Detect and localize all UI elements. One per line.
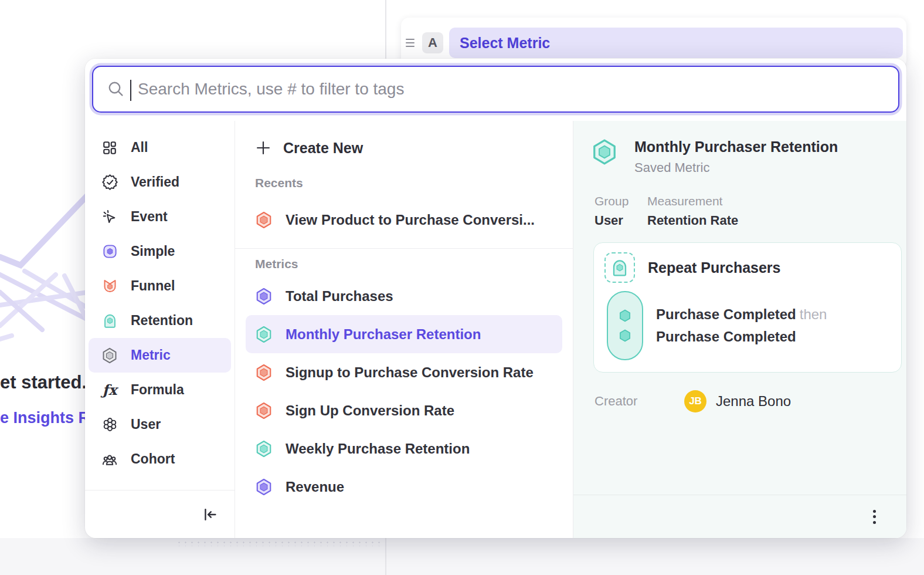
sidebar-item-event[interactable]: Event [89, 199, 231, 234]
sidebar-footer [85, 490, 235, 538]
list-divider [235, 248, 573, 249]
retention-definition-icon [604, 252, 635, 283]
metric-hexagon-icon [255, 402, 273, 420]
sidebar-item-label: User [131, 417, 161, 432]
list-item-label: View Product to Purchase Conversi... [286, 212, 535, 228]
search-box[interactable] [92, 66, 899, 113]
getting-started-heading: et started. [0, 372, 87, 393]
list-item-label: Total Purchases [286, 288, 393, 305]
definition-step-2: Purchase Completed [656, 329, 827, 345]
metric-item-total-purchases[interactable]: Total Purchases [246, 277, 562, 315]
page-bottom-strip [0, 538, 924, 575]
search-input[interactable] [125, 67, 884, 111]
detail-title: Monthly Purchaser Retention [634, 138, 838, 155]
sidebar-item-simple[interactable]: Simple [89, 234, 231, 269]
creator-row: Creator JB Jenna Bono [587, 390, 892, 412]
background-decoration-lines [0, 188, 94, 352]
metrics-section-label: Metrics [235, 257, 573, 271]
measurement-label: Measurement [647, 194, 738, 208]
series-letter-chip[interactable]: A [422, 32, 443, 53]
metric-hexagon-icon [255, 364, 273, 381]
category-sidebar: All Verified Event [85, 121, 235, 538]
list-item-label: Revenue [286, 479, 344, 495]
metric-item-revenue[interactable]: Revenue [246, 468, 562, 506]
plus-icon [255, 140, 271, 156]
user-cluster-icon [101, 417, 118, 433]
definition-step-1: Purchase Completedthen [656, 306, 827, 323]
metric-hexagon-icon [255, 478, 273, 496]
metric-hexagon-icon [255, 288, 273, 305]
metric-item-signup-to-purchase-conversion-rate[interactable]: Signup to Purchase Conversion Rate [246, 353, 562, 391]
chart-dotted-line [176, 540, 381, 546]
list-item-label: Sign Up Conversion Rate [286, 402, 454, 419]
event-hexagon-icon [618, 309, 632, 323]
group-value: User [595, 213, 633, 228]
sidebar-item-user[interactable]: User [89, 407, 231, 442]
sidebar-item-label: Metric [131, 347, 171, 363]
creator-label: Creator [595, 394, 684, 409]
metric-list-column: Create New Recents View Product to Purch… [235, 121, 573, 538]
metric-hexagon-icon [255, 211, 273, 229]
definition-name: Repeat Purchasers [648, 259, 781, 276]
metric-definition-card: Repeat Purchasers Purchase Completedthen… [593, 242, 902, 373]
recent-metric-item[interactable]: View Product to Purchase Conversi... [246, 201, 562, 239]
collapse-left-icon [202, 506, 218, 523]
create-new-button[interactable]: Create New [235, 133, 573, 163]
collapse-sidebar-button[interactable] [202, 506, 218, 523]
recents-section-label: Recents [235, 176, 573, 190]
grid-icon [101, 140, 118, 156]
metric-detail-panel: Monthly Purchaser Retention Saved Metric… [573, 121, 906, 538]
metric-item-monthly-purchaser-retention[interactable]: Monthly Purchaser Retention [246, 315, 562, 353]
drag-handle-icon[interactable] [406, 35, 417, 50]
sidebar-item-label: Cohort [131, 451, 175, 467]
sidebar-item-formula[interactable]: ƒx Formula [89, 373, 231, 407]
metric-item-weekly-purchase-retention[interactable]: Weekly Purchase Retention [246, 429, 562, 468]
funnel-icon [101, 278, 118, 295]
then-connector: then [800, 306, 827, 322]
insights-report-link[interactable]: e Insights Re [0, 409, 87, 427]
sidebar-item-label: Simple [131, 243, 175, 259]
metric-picker-modal: All Verified Event [85, 59, 906, 538]
measurement-value: Retention Rate [647, 213, 738, 228]
creator-name: Jenna Bono [716, 393, 791, 410]
search-section [85, 59, 906, 121]
metric-hexagon-icon [101, 347, 118, 364]
sidebar-item-all[interactable]: All [89, 130, 231, 165]
detail-subtitle: Saved Metric [634, 160, 838, 175]
simple-metric-icon [101, 243, 118, 260]
event-hexagon-icon [618, 329, 632, 343]
sidebar-item-retention[interactable]: Retention [89, 303, 231, 338]
group-label: Group [595, 194, 633, 208]
metric-hexagon-icon [591, 138, 618, 165]
cohort-people-icon [101, 451, 118, 468]
sidebar-item-verified[interactable]: Verified [89, 165, 231, 199]
list-item-label: Signup to Purchase Conversion Rate [286, 364, 534, 381]
list-item-label: Monthly Purchaser Retention [286, 326, 481, 343]
sidebar-item-label: Verified [131, 174, 179, 190]
sidebar-item-label: Funnel [131, 278, 175, 294]
metric-hexagon-icon [255, 440, 273, 458]
create-new-label: Create New [283, 140, 363, 157]
more-options-button[interactable] [869, 506, 879, 527]
verified-badge-icon [101, 174, 118, 191]
sidebar-item-cohort[interactable]: Cohort [89, 442, 231, 476]
sidebar-item-metric[interactable]: Metric [89, 338, 231, 373]
detail-footer [573, 495, 906, 538]
sidebar-item-funnel[interactable]: Funnel [89, 269, 231, 303]
text-caret [130, 80, 131, 101]
event-cursor-icon [101, 209, 118, 225]
metric-hexagon-icon [255, 326, 273, 343]
retention-icon [101, 313, 118, 329]
formula-fx-icon: ƒx [101, 382, 118, 398]
sidebar-item-label: Retention [131, 313, 193, 329]
avatar: JB [684, 390, 706, 412]
select-metric-button[interactable]: Select Metric [449, 28, 903, 58]
event-sequence-capsule [607, 291, 643, 360]
sidebar-item-label: Event [131, 209, 168, 225]
sidebar-item-label: Formula [131, 382, 184, 398]
detail-info-grid: Group User Measurement Retention Rate [587, 194, 892, 228]
search-icon [107, 80, 125, 98]
list-item-label: Weekly Purchase Retention [286, 441, 470, 457]
metric-item-sign-up-conversion-rate[interactable]: Sign Up Conversion Rate [246, 391, 562, 429]
sidebar-item-label: All [131, 140, 148, 155]
